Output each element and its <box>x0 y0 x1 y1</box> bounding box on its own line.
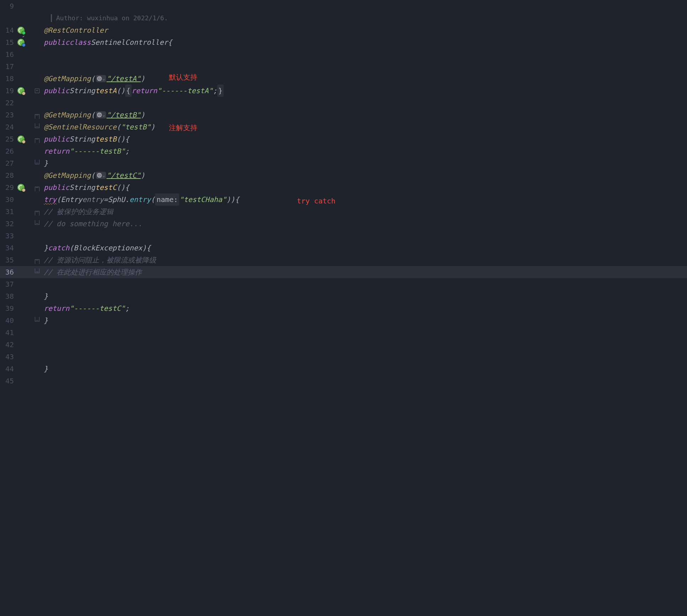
line-number: 36 <box>0 266 16 278</box>
spring-endpoint-icon[interactable] <box>17 87 25 94</box>
method-token: testB <box>95 133 117 145</box>
brace-token: } <box>44 242 48 254</box>
fold-collapse-icon[interactable] <box>35 269 39 273</box>
paren-token: ) <box>141 169 145 181</box>
code-line[interactable]: 25 public String testB() { <box>0 133 687 145</box>
code-line[interactable]: 42 <box>0 339 687 351</box>
paren-token: ( <box>69 242 74 254</box>
keyword-token: public <box>44 36 69 48</box>
line-number: 27 <box>0 157 16 169</box>
fold-collapse-icon[interactable] <box>35 138 39 143</box>
fold-collapse-icon[interactable] <box>35 123 39 128</box>
code-line[interactable]: 26 return "------testB"; <box>0 145 687 157</box>
method-token: testC <box>95 181 117 193</box>
fold-collapse-icon[interactable] <box>35 187 39 191</box>
line-number: 44 <box>0 363 16 375</box>
line-number: 18 <box>0 73 16 85</box>
code-line[interactable]: 40 } <box>0 314 687 326</box>
string-token: "/testA" <box>107 73 141 85</box>
code-line[interactable]: 22 <box>0 97 687 109</box>
keyword-token: return <box>44 302 69 314</box>
spring-endpoint-icon[interactable] <box>17 136 25 143</box>
paren-token: () <box>117 133 125 145</box>
fold-collapse-icon[interactable] <box>35 259 39 264</box>
editor-content[interactable]: 9 Author: wuxinhua on 2022/1/6. 14 @Rest… <box>0 0 687 616</box>
code-line[interactable]: 27 } <box>0 157 687 169</box>
dot-token: . <box>125 193 129 206</box>
brace-token: { <box>125 133 129 145</box>
spring-icon[interactable] <box>17 27 25 34</box>
fold-collapse-icon[interactable] <box>35 160 39 164</box>
string-token: "/testB" <box>107 109 141 121</box>
code-line[interactable]: 15 public class SentinelController { <box>0 36 687 48</box>
comment-token: // 在此处进行相应的处理操作 <box>44 266 142 278</box>
paren-token: ) <box>151 121 155 133</box>
comment-token: // 被保护的业务逻辑 <box>44 206 113 218</box>
code-line[interactable]: 24 @SentinelResource("testB") 注解支持 <box>0 121 687 133</box>
fold-collapse-icon[interactable] <box>35 220 39 225</box>
code-line[interactable]: 37 <box>0 278 687 290</box>
url-globe-icon[interactable] <box>96 75 106 82</box>
code-line[interactable]: 33 <box>0 230 687 242</box>
code-line[interactable]: 38 } <box>0 290 687 302</box>
code-line[interactable]: 34 } catch (BlockException ex) { <box>0 242 687 254</box>
keyword-token: try <box>44 193 57 206</box>
fold-collapse-icon[interactable] <box>35 114 39 119</box>
paren-token: ( <box>57 193 61 206</box>
method-token: entry <box>129 193 151 206</box>
line-number: 23 <box>0 109 16 121</box>
code-line[interactable]: 32 // do something here... <box>0 218 687 230</box>
line-number: 30 <box>0 193 16 206</box>
code-line[interactable]: 19 + public String testA() { return "---… <box>0 85 687 97</box>
code-line[interactable]: 35 // 资源访问阻止，被限流或被降级 <box>0 254 687 266</box>
url-globe-icon[interactable] <box>96 111 106 118</box>
keyword-token: class <box>69 36 91 48</box>
fold-collapse-icon[interactable] <box>35 211 39 216</box>
code-line[interactable]: 30 try (Entry entry = SphU.entry( name: … <box>0 193 687 206</box>
url-globe-icon[interactable] <box>96 172 106 179</box>
code-line[interactable]: 39 return "------testC"; <box>0 302 687 314</box>
line-number: 14 <box>0 24 16 36</box>
semi-token: ; <box>125 302 129 314</box>
brace-token: } <box>44 290 48 302</box>
code-line[interactable]: 29 public String testC() { <box>0 181 687 193</box>
brace-token: } <box>217 85 224 97</box>
code-line[interactable]: Author: wuxinhua on 2022/1/6. <box>0 12 687 24</box>
spring-endpoint-icon[interactable] <box>17 184 25 191</box>
fold-collapse-icon[interactable] <box>35 317 39 322</box>
brace-token: { <box>125 181 129 193</box>
code-line[interactable]: 43 <box>0 351 687 363</box>
code-line[interactable]: 44 } <box>0 363 687 375</box>
code-line[interactable]: 14 @RestController <box>0 24 687 36</box>
classname-token: SphU <box>108 193 125 206</box>
code-line-current[interactable]: 36 // 在此处进行相应的处理操作 <box>0 266 687 278</box>
annotation-token: @SentinelResource <box>44 121 117 133</box>
code-line[interactable]: 28 @GetMapping("/testC") <box>0 169 687 181</box>
code-line[interactable]: 41 <box>0 326 687 339</box>
line-number: 34 <box>0 242 16 254</box>
paren-token: ) <box>142 242 147 254</box>
code-line[interactable]: 18 @GetMapping("/testA") 默认支持 <box>0 73 687 85</box>
code-line[interactable]: 9 <box>0 0 687 12</box>
line-number: 22 <box>0 97 16 109</box>
line-number: 33 <box>0 230 16 242</box>
paren-token: )) <box>227 193 235 206</box>
var-token: entry <box>82 193 103 206</box>
line-number: 37 <box>0 278 16 290</box>
paren-token: ( <box>91 109 95 121</box>
line-number: 35 <box>0 254 16 266</box>
overlay-annotation: 默认支持 <box>169 71 197 83</box>
code-line[interactable]: 23 @GetMapping("/testB") <box>0 109 687 121</box>
line-number: 25 <box>0 133 16 145</box>
spring-bean-icon[interactable] <box>17 39 25 46</box>
line-number: 39 <box>0 302 16 314</box>
method-token: testA <box>95 85 117 97</box>
fold-expand-icon[interactable]: + <box>35 89 39 93</box>
code-editor[interactable]: 9 Author: wuxinhua on 2022/1/6. 14 @Rest… <box>0 0 687 616</box>
classname-token: SentinelController <box>91 36 168 48</box>
code-line[interactable]: 45 <box>0 375 687 387</box>
author-annotation: Author: wuxinhua on 2022/1/6. <box>56 12 168 24</box>
code-line[interactable]: 31 // 被保护的业务逻辑 <box>0 206 687 218</box>
code-line[interactable]: 16 <box>0 48 687 60</box>
code-line[interactable]: 17 <box>0 60 687 73</box>
